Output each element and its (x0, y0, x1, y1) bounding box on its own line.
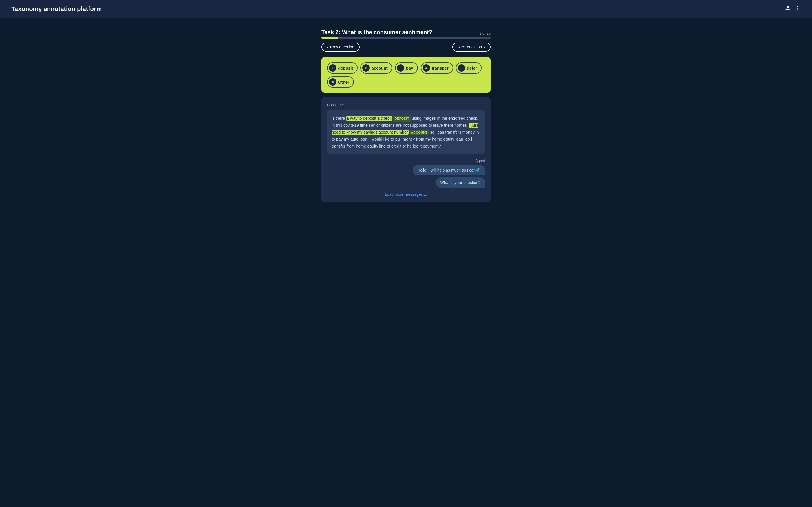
header-icons (784, 5, 801, 13)
consumer-bubble: is there a way to deposit a checkDEPOSIT… (327, 110, 485, 154)
tag-chip-label: defer (467, 66, 477, 70)
next-question-button[interactable]: Next question › (452, 43, 491, 52)
load-more-button[interactable]: Load more messages.... (327, 192, 485, 196)
progress-bar-container (321, 37, 491, 39)
tag-chip-deposit[interactable]: 1deposit (327, 62, 357, 73)
chevron-right-icon: › (484, 45, 485, 49)
person-add-icon[interactable] (784, 5, 790, 13)
highlight-text: i just need to know my savings account n… (332, 123, 478, 135)
consumer-label: Consumer (327, 103, 485, 107)
tag-chip-num: × (329, 78, 336, 86)
agent-label: Agent (327, 159, 485, 163)
nav-row: ‹ Prev question Next question › (321, 43, 491, 52)
task-progress-label: 2 of 20 (479, 31, 491, 36)
task-header: Task 2: What is the consumer sentiment? … (321, 29, 491, 57)
svg-point-2 (797, 10, 798, 11)
tag-chip-label: Other (338, 80, 349, 84)
tag-badge: ACCOUNT (410, 129, 429, 135)
tag-panel: 1deposit2account3pay4transper5defer×Othe… (321, 57, 491, 93)
agent-bubble: What is your question? (436, 177, 485, 187)
tag-chip-other[interactable]: ×Other (327, 76, 354, 88)
conversation-area: Consumer is there a way to deposit a che… (321, 97, 491, 202)
tag-chip-pay[interactable]: 3pay (395, 62, 418, 73)
highlight-text: a way to deposit a check (346, 116, 392, 121)
more-vert-icon[interactable] (795, 5, 801, 13)
main-content: Task 2: What is the consumer sentiment? … (0, 18, 812, 214)
agent-messages: Hello, I will help as much as I can🧳What… (327, 165, 485, 187)
task-title: Task 2: What is the consumer sentiment? (321, 29, 432, 36)
chevron-left-icon: ‹ (327, 45, 328, 49)
tag-chip-transper[interactable]: 4transper (421, 62, 453, 73)
tag-chip-num: 3 (397, 64, 404, 71)
tag-chip-label: transper (432, 66, 449, 70)
tag-chip-num: 5 (458, 64, 465, 71)
progress-bar-fill (321, 37, 338, 39)
svg-point-1 (797, 8, 798, 9)
tag-chip-account[interactable]: 2account (360, 62, 392, 73)
task-title-row: Task 2: What is the consumer sentiment? … (321, 29, 491, 36)
tag-badge: DEPOSIT (393, 116, 410, 122)
prev-question-button[interactable]: ‹ Prev question (321, 43, 360, 52)
tag-chip-label: deposit (338, 66, 353, 70)
agent-bubble: Hello, I will help as much as I can🧳 (413, 165, 485, 175)
tag-chip-num: 4 (423, 64, 430, 71)
app-title: Taxonomy annotation platform (11, 5, 102, 13)
tag-chip-num: 1 (329, 64, 336, 71)
tag-chip-label: pay (406, 66, 413, 70)
tag-chip-defer[interactable]: 5defer (456, 62, 482, 73)
tag-chip-label: account (371, 66, 388, 70)
tag-chip-num: 2 (362, 64, 370, 71)
header: Taxonomy annotation platform (0, 0, 812, 18)
svg-point-0 (797, 6, 798, 7)
